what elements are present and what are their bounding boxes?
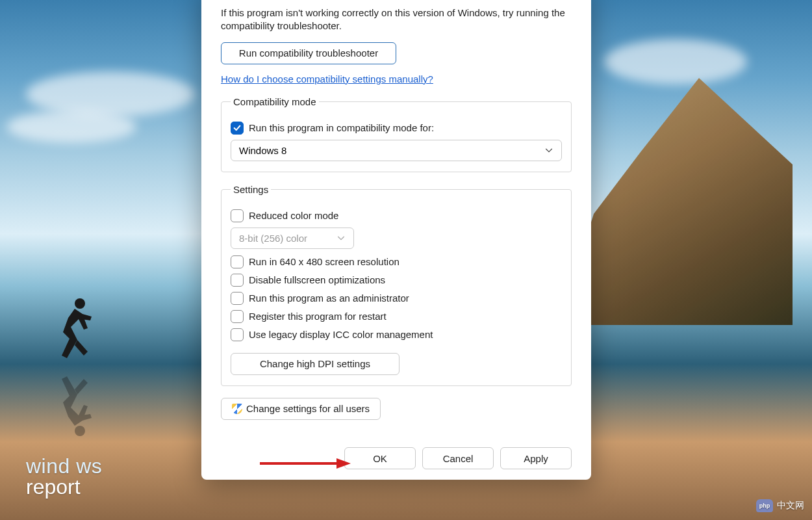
apply-button[interactable]: Apply	[500, 447, 572, 469]
reduced-color-checkbox[interactable]	[231, 209, 244, 222]
compatibility-properties-dialog: If this program isn't working correctly …	[201, 0, 591, 480]
chevron-down-icon	[544, 146, 553, 155]
change-high-dpi-button[interactable]: Change high DPI settings	[231, 353, 400, 375]
svg-point-0	[75, 298, 85, 309]
change-settings-all-users-button[interactable]: Change settings for all users	[221, 398, 381, 420]
compat-mode-os-select[interactable]: Windows 8	[231, 140, 562, 161]
button-label: OK	[373, 453, 387, 464]
runner-silhouette	[55, 296, 94, 367]
windows-report-watermark: wind ws report	[26, 456, 102, 497]
help-manual-settings-link[interactable]: How do I choose compatibility settings m…	[221, 73, 572, 84]
chevron-down-icon	[336, 233, 346, 242]
cloud-decoration	[26, 72, 195, 117]
button-label: Run compatibility troubleshooter	[239, 47, 378, 58]
phpcn-watermark: 中文网	[756, 499, 804, 512]
run-640x480-checkbox[interactable]	[231, 255, 244, 268]
disable-fullscreen-checkbox[interactable]	[231, 274, 244, 287]
settings-legend: Settings	[231, 184, 271, 195]
register-restart-checkbox[interactable]	[231, 310, 244, 323]
run-as-admin-label: Run this program as an administrator	[249, 292, 409, 304]
button-label: Change high DPI settings	[260, 358, 370, 369]
phpcn-text: 中文网	[777, 500, 804, 512]
settings-group: Settings Reduced color mode 8-bit (256) …	[221, 184, 572, 386]
mountain-decoration	[559, 78, 793, 325]
ok-button[interactable]: OK	[344, 447, 416, 469]
run-640x480-label: Run in 640 x 480 screen resolution	[249, 256, 400, 267]
run-compatibility-troubleshooter-button[interactable]: Run compatibility troubleshooter	[221, 42, 396, 64]
reduced-color-label: Reduced color mode	[249, 210, 338, 221]
cloud-decoration	[6, 110, 136, 143]
runner-reflection	[55, 367, 94, 439]
legacy-icc-checkbox[interactable]	[231, 328, 244, 341]
compat-mode-checkbox-label: Run this program in compatibility mode f…	[249, 122, 434, 133]
php-elephant-icon	[756, 499, 773, 512]
button-label: Cancel	[443, 453, 474, 464]
button-label: Apply	[524, 453, 548, 464]
register-restart-label: Register this program for restart	[249, 311, 387, 322]
disable-fullscreen-label: Disable fullscreen optimizations	[249, 274, 385, 285]
reduced-color-select[interactable]: 8-bit (256) color	[231, 228, 354, 249]
check-icon	[233, 124, 242, 133]
cloud-decoration	[604, 39, 747, 84]
svg-point-1	[75, 426, 85, 436]
legacy-icc-label: Use legacy display ICC color management	[249, 329, 433, 340]
run-as-admin-checkbox[interactable]	[231, 292, 244, 305]
button-label: Change settings for all users	[246, 403, 370, 414]
cancel-button[interactable]: Cancel	[422, 447, 494, 469]
dialog-buttons-row: OK Cancel Apply	[221, 436, 572, 469]
watermark-line1: wind ws	[26, 456, 102, 476]
select-value: Windows 8	[239, 145, 286, 156]
compatibility-mode-group: Compatibility mode Run this program in c…	[221, 96, 572, 172]
uac-shield-icon	[232, 404, 242, 414]
watermark-line2: report	[26, 476, 102, 497]
compat-mode-checkbox[interactable]	[231, 122, 244, 135]
compatibility-mode-legend: Compatibility mode	[231, 96, 319, 107]
select-value: 8-bit (256) color	[239, 233, 307, 244]
desktop-background: wind ws report 中文网 If this program isn't…	[0, 0, 812, 520]
intro-text: If this program isn't working correctly …	[221, 6, 572, 33]
